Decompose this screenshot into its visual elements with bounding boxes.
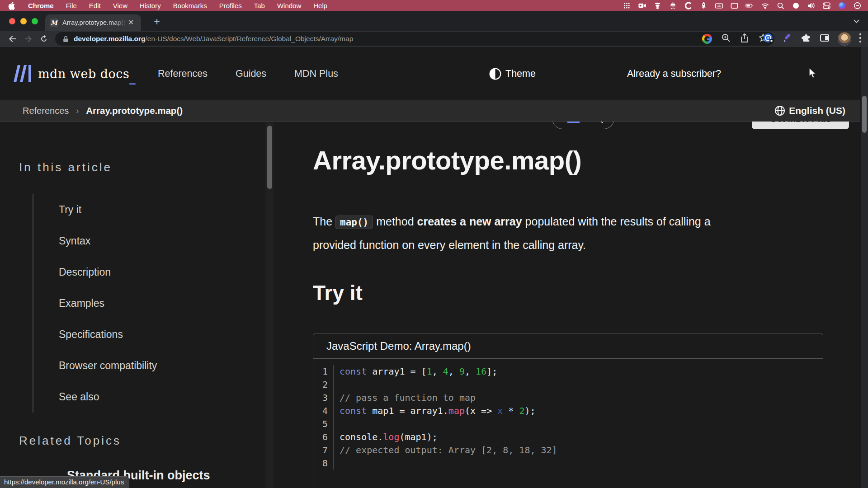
tab-title: Array.prototype.map() - JavaScript | MDN [62, 19, 127, 26]
google-g-icon[interactable] [702, 34, 712, 44]
breadcrumb-separator: › [76, 106, 79, 116]
subscriber-link[interactable]: Already a subscriber? [627, 47, 721, 100]
shower-icon[interactable] [669, 1, 677, 10]
code-line: 1const array1 = [1, 4, 9, 16]; [313, 365, 823, 378]
page-scrollbar[interactable] [860, 47, 868, 488]
apps-grid-icon[interactable] [623, 1, 631, 10]
in-this-article-heading: In this article [19, 160, 112, 174]
browser-tab[interactable]: M Array.prototype.map() - JavaScript | M… [45, 14, 141, 31]
search-icon[interactable] [776, 1, 785, 10]
address-bar[interactable]: developer.mozilla.org/en-US/docs/Web/Jav… [55, 32, 774, 46]
toc-item-syntax[interactable]: Syntax [33, 225, 157, 257]
menu-edit[interactable]: Edit [89, 2, 101, 9]
related-topics-heading: Related Topics [19, 434, 121, 448]
code-line: 3// pass a function to map [313, 391, 823, 404]
focus-minus-icon[interactable] [853, 1, 862, 10]
nav-mdn-plus[interactable]: MDN Plus [294, 68, 338, 80]
tab-search-chevron-icon[interactable] [853, 18, 860, 26]
menu-view[interactable]: View [113, 2, 127, 9]
back-icon[interactable] [7, 33, 18, 44]
toc-item-examples[interactable]: Examples [33, 288, 157, 319]
menu-file[interactable]: File [66, 2, 77, 9]
breadcrumb-parent[interactable]: References [23, 106, 69, 116]
menu-history[interactable]: History [140, 2, 161, 9]
sidebar: In this article Try itSyntaxDescriptionE… [0, 122, 271, 488]
menu-bookmarks[interactable]: Bookmarks [173, 2, 207, 9]
reload-icon[interactable] [38, 33, 49, 44]
highlighter-icon[interactable] [782, 33, 793, 45]
chrome-toolbar: developer.mozilla.org/en-US/docs/Web/Jav… [0, 31, 868, 47]
line-number: 2 [313, 379, 333, 390]
siri-icon[interactable] [838, 1, 846, 10]
extensions-puzzle-icon[interactable] [801, 33, 811, 45]
wifi-icon[interactable] [761, 1, 769, 10]
code-line: 6console.log(map1); [313, 430, 823, 443]
screen: ChromeFileEditViewHistoryBookmarksProfil… [0, 0, 868, 488]
nav-guides[interactable]: Guides [236, 68, 266, 80]
page-scrollbar-thumb[interactable] [862, 96, 867, 133]
battery-icon[interactable] [745, 1, 754, 10]
menu-tab[interactable]: Tab [254, 2, 265, 9]
line-number: 5 [313, 418, 333, 429]
c-ring-icon[interactable] [684, 1, 693, 10]
code-line: 7// expected output: Array [2, 8, 18, 32… [313, 443, 823, 456]
menubar-menus: ChromeFileEditViewHistoryBookmarksProfil… [0, 1, 327, 10]
zoom-window-button[interactable] [32, 18, 38, 24]
menu-help[interactable]: Help [313, 2, 327, 9]
mdn-logo-mark [13, 65, 33, 82]
locale-label: English (US) [789, 105, 845, 116]
stack-icon[interactable] [653, 1, 662, 10]
code-editor[interactable]: 1const array1 = [1, 4, 9, 16];23// pass … [313, 359, 823, 469]
mdn-header: mdn web docs_ References Guides MDN Plus… [0, 47, 868, 100]
toc-item-specifications[interactable]: Specifications [33, 319, 157, 350]
breadcrumb-bar: References › Array.prototype.map() Engli… [0, 100, 868, 122]
forward-icon[interactable] [23, 33, 33, 44]
code-line: 5 [313, 417, 823, 430]
kebab-menu-icon[interactable] [859, 33, 862, 45]
new-tab-button[interactable]: + [154, 15, 160, 28]
mouse-cursor [807, 68, 817, 79]
menu-window[interactable]: Window [277, 2, 301, 9]
menubar-status-icons [623, 1, 868, 10]
keyboard-icon[interactable] [715, 1, 723, 10]
minimize-window-button[interactable] [20, 18, 27, 24]
toc-item-try-it[interactable]: Try it [33, 194, 157, 225]
side-panel-icon[interactable] [819, 33, 830, 45]
toc-item-description[interactable]: Description [33, 257, 157, 288]
language-switcher[interactable]: English (US) [774, 105, 845, 116]
share-icon[interactable] [740, 33, 749, 45]
volume-icon[interactable] [807, 1, 816, 10]
toc-item-see-also[interactable]: See also [33, 381, 157, 413]
mdn-favicon: M [50, 19, 58, 27]
line-number: 8 [313, 458, 333, 469]
menu-chrome[interactable]: Chrome [28, 2, 54, 9]
url-text: developer.mozilla.org/en-US/docs/Web/Jav… [74, 35, 353, 43]
theme-switcher[interactable]: Theme [489, 47, 536, 100]
nav-references[interactable]: References [158, 68, 208, 80]
tab-close-icon[interactable]: ✕ [128, 19, 134, 26]
mdn-nav: References Guides MDN Plus [158, 47, 338, 100]
rocket-icon[interactable] [699, 1, 708, 10]
mdn-logo[interactable]: mdn web docs_ [13, 47, 136, 100]
toc-item-browser-compatibility[interactable]: Browser compatibility [33, 350, 157, 381]
menu-profiles[interactable]: Profiles [219, 2, 242, 9]
profile-avatar[interactable] [838, 32, 851, 46]
zoom-in-icon[interactable] [721, 33, 731, 45]
page-title: Array.prototype.map() [313, 145, 581, 175]
breadcrumb-current: Array.prototype.map() [86, 105, 183, 116]
window-icon[interactable] [730, 1, 739, 10]
record-dot-icon[interactable] [792, 1, 800, 10]
control-center-icon[interactable] [822, 1, 831, 10]
interactive-demo: JavaScript Demo: Array.map() 1const arra… [313, 333, 823, 488]
theme-icon [489, 68, 501, 80]
apple-icon[interactable] [7, 1, 16, 10]
line-number: 1 [313, 366, 333, 377]
line-number: 3 [313, 392, 333, 403]
close-window-button[interactable] [9, 18, 15, 24]
demo-title: JavaScript Demo: Array.map() [313, 333, 823, 359]
line-number: 4 [313, 405, 333, 416]
password-manager-icon[interactable] [763, 32, 774, 46]
lock-icon [62, 35, 69, 43]
screen-record-icon[interactable] [638, 1, 646, 10]
globe-icon [774, 105, 785, 116]
